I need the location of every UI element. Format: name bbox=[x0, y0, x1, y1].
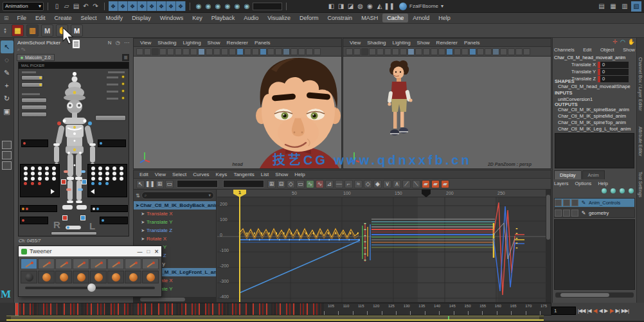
range-start-handle[interactable] bbox=[6, 316, 11, 319]
picker-pose-field[interactable] bbox=[91, 205, 128, 212]
picker-value-field[interactable] bbox=[98, 139, 126, 147]
layer-visibility-box[interactable] bbox=[555, 210, 562, 217]
pose-dot-blue[interactable] bbox=[98, 182, 102, 185]
picker-arrow-left-icon[interactable] bbox=[91, 189, 94, 194]
menu-item[interactable]: Display bbox=[127, 13, 156, 22]
select-tool-icon[interactable]: ↖ bbox=[1, 40, 13, 53]
character-display-icon[interactable]: ✛ bbox=[613, 39, 618, 45]
viewport-menu-item[interactable]: Panels bbox=[461, 40, 483, 46]
viewport-toolbar-icon[interactable] bbox=[500, 48, 507, 55]
layout-shortcut-button[interactable] bbox=[2, 151, 12, 159]
shelf-orange-icon[interactable]: ▥ bbox=[26, 24, 39, 37]
selection-mask-icon[interactable]: ❖ bbox=[147, 1, 157, 11]
playback-button[interactable]: ◀ bbox=[598, 307, 603, 314]
viewport-toolbar-icon[interactable] bbox=[260, 48, 267, 55]
selection-mask-icon[interactable]: ❖ bbox=[128, 1, 138, 11]
buffer-snapshot-icon[interactable]: ◇ bbox=[364, 180, 372, 188]
viewport-toolbar-icon[interactable] bbox=[515, 48, 523, 55]
ge-channel-row[interactable]: ➤ Translate Z bbox=[134, 226, 216, 235]
geometry[interactable]: ✎ geometry bbox=[554, 208, 635, 218]
ge-channel-row[interactable]: ➤ Translate X bbox=[134, 210, 216, 218]
pose-dot[interactable] bbox=[112, 177, 116, 181]
menu-item[interactable]: Modify bbox=[102, 13, 128, 22]
ge-vscrollbar[interactable] bbox=[546, 190, 551, 302]
viewport-toolbar-icon[interactable] bbox=[400, 48, 407, 55]
open-scene-icon[interactable]: ▱ bbox=[62, 1, 71, 11]
viewport-toolbar-icon[interactable] bbox=[183, 48, 190, 55]
tweener-key-ball[interactable] bbox=[73, 271, 89, 283]
viewport-toolbar-icon[interactable] bbox=[237, 48, 244, 55]
viewport-toolbar-icon[interactable] bbox=[369, 48, 376, 55]
ipr-render-icon[interactable]: ◪ bbox=[346, 1, 355, 11]
shelf-rig-icon[interactable]: M bbox=[41, 24, 53, 37]
viewport-toolbar-icon[interactable] bbox=[298, 48, 305, 55]
pose-dot[interactable] bbox=[91, 166, 95, 170]
ge-time-field[interactable] bbox=[177, 180, 218, 188]
pose-dot[interactable] bbox=[112, 166, 116, 170]
pose-dot-red[interactable] bbox=[24, 182, 27, 185]
picker-button[interactable] bbox=[21, 75, 43, 80]
ge-select-icon[interactable]: ↖ bbox=[136, 180, 145, 188]
viewport-toolbar-icon[interactable] bbox=[221, 48, 228, 55]
viewport-toolbar-icon[interactable] bbox=[267, 48, 274, 55]
render-view-icon[interactable]: ◧ bbox=[326, 1, 336, 11]
layout-shortcut-button[interactable] bbox=[2, 141, 12, 149]
picker-button[interactable] bbox=[21, 112, 47, 117]
viewport-toolbar-icon[interactable] bbox=[213, 48, 220, 55]
menu-item[interactable]: Edit bbox=[31, 13, 50, 22]
pose-dot[interactable] bbox=[31, 166, 35, 170]
graph-editor-menu-item[interactable]: Tangents bbox=[230, 172, 257, 177]
menu-item[interactable]: Arnold bbox=[408, 13, 434, 22]
scale-tool-icon[interactable]: ▣ bbox=[1, 105, 13, 118]
picker-toggle[interactable] bbox=[121, 82, 125, 85]
minimize-icon[interactable]: — bbox=[137, 249, 142, 255]
tweener-tool-icon[interactable] bbox=[38, 258, 55, 269]
viewport-toolbar-icon[interactable] bbox=[229, 48, 236, 55]
selection-mask-icon[interactable]: ❖ bbox=[157, 1, 166, 11]
snap-icon[interactable]: ◉ bbox=[213, 2, 222, 11]
picker-pill-button[interactable] bbox=[65, 225, 82, 230]
picker-button[interactable] bbox=[21, 98, 47, 103]
pose-dot[interactable] bbox=[38, 172, 42, 175]
pose-dot[interactable] bbox=[38, 177, 42, 181]
pose-dot[interactable] bbox=[52, 172, 56, 175]
playback-button[interactable]: |◀ bbox=[586, 307, 591, 314]
pose-dot[interactable] bbox=[31, 177, 35, 181]
menu-item[interactable]: Cache bbox=[382, 13, 408, 22]
picker-wide-button[interactable] bbox=[51, 231, 97, 235]
new-layer-icon[interactable] bbox=[602, 188, 607, 193]
picker-toggle[interactable] bbox=[121, 96, 125, 100]
time-snap-icon[interactable]: ▰ bbox=[422, 180, 430, 188]
tweener-tool-icon[interactable] bbox=[55, 258, 72, 269]
layer-visibility-box[interactable] bbox=[555, 199, 562, 206]
viewport-menu-item[interactable]: Lighting bbox=[389, 40, 414, 46]
ge-search-field[interactable]: ⌕▾ bbox=[141, 192, 214, 199]
render-current-icon[interactable]: ◨ bbox=[336, 1, 346, 11]
save-scene-icon[interactable]: ▤ bbox=[71, 1, 81, 11]
output-node[interactable]: Char_Ctl_M_IK_spineTop_anim bbox=[558, 120, 634, 125]
pause-icon[interactable]: ❚❚ bbox=[384, 1, 394, 11]
sidebar-tab[interactable]: Tool Settings bbox=[638, 172, 643, 197]
picker-toggle[interactable] bbox=[121, 75, 125, 78]
undo-icon[interactable]: ↶ bbox=[81, 1, 91, 11]
viewport-toolbar-icon[interactable] bbox=[446, 48, 453, 55]
time-slider[interactable]: 1051101151201251301351401451501551601651… bbox=[14, 303, 551, 316]
graph-editor-curve-area[interactable]: 50100150200250 2001000-100-200-300-400 1 bbox=[217, 190, 546, 302]
tweener-key-ball[interactable] bbox=[107, 271, 124, 283]
output-node[interactable]: Char_Ctl_M_IK_spineBase_anim bbox=[558, 107, 634, 112]
tweener-tool-icon[interactable] bbox=[90, 258, 107, 269]
ge-retime-icon[interactable]: ⊞ bbox=[156, 180, 164, 188]
pose-dot[interactable] bbox=[98, 166, 102, 170]
pose-dot[interactable] bbox=[98, 172, 102, 175]
pose-dot-blue[interactable] bbox=[105, 182, 109, 185]
menu-item[interactable]: Help bbox=[434, 13, 455, 22]
pose-dot[interactable] bbox=[120, 166, 123, 170]
redo-icon[interactable]: ↷ bbox=[91, 1, 100, 11]
menu-item[interactable]: Playback bbox=[207, 13, 240, 22]
viewport-toolbar-icon[interactable] bbox=[377, 48, 384, 55]
layer-playback-box[interactable] bbox=[563, 199, 570, 206]
viewport-toolbar-icon[interactable] bbox=[392, 48, 399, 55]
linear-tangent-icon[interactable]: ⊿ bbox=[325, 180, 334, 188]
timeline-current-frame-marker[interactable] bbox=[15, 303, 18, 315]
lookdev-icon[interactable]: ◭ bbox=[375, 1, 384, 11]
